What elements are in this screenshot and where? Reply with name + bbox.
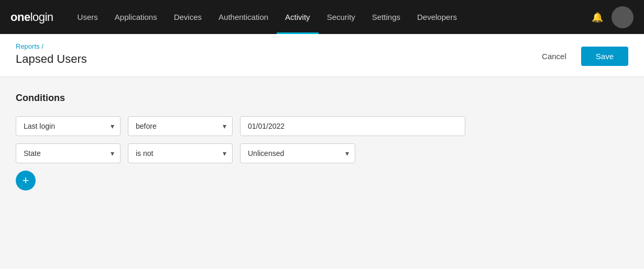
operator-select-1-wrapper: before after is is not (128, 116, 233, 136)
nav-item-applications[interactable]: Applications (106, 0, 166, 34)
value-select-2-wrapper: Unlicensed Active Inactive (240, 143, 355, 163)
field-select-2-wrapper: Last login State First name Last name Em… (16, 143, 121, 163)
operator-select-1[interactable]: before after is is not (128, 116, 233, 136)
value-input-1[interactable] (240, 116, 465, 136)
page-title: Lapsed Users (16, 52, 87, 66)
header-left: Reports / Lapsed Users (16, 42, 87, 66)
value-select-2[interactable]: Unlicensed Active Inactive (240, 143, 355, 163)
nav-item-devices[interactable]: Devices (166, 0, 210, 34)
field-select-2[interactable]: Last login State First name Last name Em… (16, 143, 121, 163)
page-header: Reports / Lapsed Users Cancel Save (0, 34, 644, 77)
condition-row-1: Last login First name Last name Email St… (16, 116, 628, 136)
nav-item-developers[interactable]: Developers (409, 0, 465, 34)
operator-select-2-wrapper: is is not before after (128, 143, 233, 163)
operator-select-2[interactable]: is is not before after (128, 143, 233, 163)
breadcrumb[interactable]: Reports / (16, 42, 87, 50)
conditions-title: Conditions (16, 93, 628, 104)
nav-right: 🔔 (592, 6, 634, 28)
field-select-1-wrapper: Last login First name Last name Email St… (16, 116, 121, 136)
condition-row-2: Last login State First name Last name Em… (16, 143, 628, 163)
nav-item-authentication[interactable]: Authentication (210, 0, 277, 34)
nav-items: Users Applications Devices Authenticatio… (69, 0, 592, 34)
navbar: onelogin Users Applications Devices Auth… (0, 0, 644, 34)
notifications-icon[interactable]: 🔔 (592, 12, 603, 23)
add-condition-button[interactable]: + (16, 171, 36, 190)
save-button[interactable]: Save (581, 47, 628, 66)
logo[interactable]: onelogin (10, 10, 53, 24)
nav-item-users[interactable]: Users (69, 0, 106, 34)
cancel-button[interactable]: Cancel (533, 48, 575, 65)
field-select-1[interactable]: Last login First name Last name Email St… (16, 116, 121, 136)
nav-item-settings[interactable]: Settings (364, 0, 409, 34)
main-content: Conditions Last login First name Last na… (0, 77, 644, 269)
header-actions: Cancel Save (533, 47, 628, 66)
nav-item-activity[interactable]: Activity (277, 0, 319, 34)
avatar[interactable] (612, 6, 634, 28)
nav-item-security[interactable]: Security (319, 0, 364, 34)
